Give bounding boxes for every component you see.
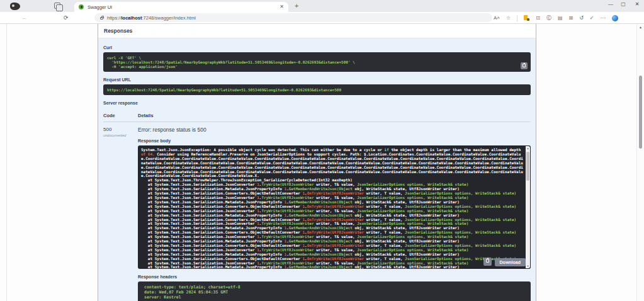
tab-close-icon[interactable]: ✕	[280, 4, 284, 9]
request-url-block: https://localhost:7248/Spatial/NearbyGeo…	[103, 84, 531, 95]
curl-line: 'https://localhost:7248/Spatial/NearbyGe…	[107, 60, 527, 64]
responses-section-header: Responses	[98, 24, 536, 38]
window-minimize-button[interactable]: —	[606, 1, 615, 7]
new-tab-button[interactable]: +	[295, 2, 298, 9]
refresh-button[interactable]: ⟳	[64, 14, 69, 21]
swagger-operation-panel: Responses Curl curl -X 'GET' \ 'https://…	[98, 24, 536, 301]
stack-trace-line: at System.Text.Json.Serialization.Metada…	[141, 226, 523, 230]
undocumented-badge: undocumented	[103, 133, 138, 137]
stack-trace-line: at System.Text.Json.Serialization.Metada…	[141, 213, 523, 218]
server-response-row: 500 undocumented Error: response status …	[103, 122, 531, 301]
server-response-table-header: Code Details	[103, 108, 531, 122]
stack-trace-line: at System.Text.Json.Serialization.JsonCo…	[141, 196, 523, 200]
reading-list-icon[interactable]: ▤	[558, 15, 563, 21]
stack-trace-line: at System.Text.Json.Serialization.JsonCo…	[141, 209, 523, 213]
curl-copy-button[interactable]	[521, 62, 528, 69]
back-button[interactable]: ←	[21, 14, 27, 21]
response-headers-label: Response headers	[138, 275, 531, 279]
stack-trace-line: at System.Text.Json.Serialization.Metada…	[141, 239, 523, 244]
pinned-app-icon[interactable]	[10, 3, 20, 10]
responses-section-body: Curl curl -X 'GET' \ 'https://localhost:…	[98, 38, 536, 301]
curl-line: curl -X 'GET' \	[107, 55, 527, 60]
window-maximize-button[interactable]: ▢	[619, 1, 628, 7]
server-response-label: Server response	[103, 101, 531, 105]
stack-trace-line: at System.Text.Json.Serialization.Conver…	[141, 205, 523, 209]
lock-icon[interactable]	[100, 17, 103, 20]
download-button[interactable]: Download	[495, 258, 526, 266]
history-icon[interactable]: ↺	[579, 15, 584, 21]
status-code: 500	[103, 127, 138, 132]
details-column-header: Details	[138, 113, 154, 118]
collections-icon[interactable]: ⊞	[568, 15, 573, 21]
curl-command-block[interactable]: curl -X 'GET' \ 'https://localhost:7248/…	[103, 52, 531, 72]
window-close-button[interactable]: ✕	[633, 1, 641, 7]
stack-trace-line: at System.Text.Json.Serialization.JsonCo…	[141, 183, 523, 187]
stack-trace-line: at System.Text.Json.Serialization.Conver…	[141, 218, 523, 222]
address-bar[interactable]: https://localhost:7248/swagger/index.htm…	[94, 13, 492, 22]
favorites-star-icon[interactable]: ☆	[506, 15, 511, 21]
more-options-icon[interactable]: ⋯	[601, 15, 606, 21]
split-screen-icon[interactable]: ⊡	[536, 15, 540, 21]
extension-check-icon[interactable]: ✓	[590, 15, 594, 21]
stack-trace-line: at System.Text.Json.Serialization.Metada…	[141, 200, 523, 205]
swagger-favicon-icon	[79, 4, 84, 9]
workspaces-icon[interactable]	[54, 3, 60, 9]
code-column-header: Code	[103, 113, 138, 118]
curl-label: Curl	[103, 45, 531, 50]
response-header-line: server: Kestrel	[144, 295, 527, 300]
stack-trace-line: at System.Text.Json.Serialization.Metada…	[141, 253, 523, 257]
stack-trace-line: at System.Text.Json.Serialization.JsonCo…	[141, 222, 523, 226]
error-status-text: Error: response status is 500	[138, 127, 531, 133]
extension-c-icon[interactable]: Ⓒ	[546, 15, 551, 21]
browser-tab-bar: Swagger UI ✕ + — ▢ ✕	[0, 0, 644, 12]
read-aloud-icon[interactable]: A˄	[494, 15, 500, 21]
stack-trace-line: at System.Text.Json.Serialization.Conver…	[141, 230, 523, 235]
response-header-line: date: Wed,07 Feb 2024 05:04:35 GMT	[144, 290, 527, 295]
stack-trace-line: at System.Text.Json.Serialization.Conver…	[141, 191, 523, 196]
scrollbar-up-arrow-icon[interactable]: ▲	[526, 147, 530, 150]
response-body-code[interactable]: System.Text.Json.JsonException: A possib…	[138, 145, 531, 269]
page-left-edge-line	[6, 24, 7, 301]
toolbar-icons: A˄☆⊡Ⓒ▤⊞↺✓⋯	[494, 13, 635, 23]
stack-trace-line: at System.Text.Json.Serialization.Conver…	[141, 257, 523, 261]
curl-line: -H 'accept: application/json'	[107, 64, 527, 69]
stack-trace-line: at System.Text.Json.Serialization.JsonCo…	[141, 248, 523, 253]
response-body-wrapper: System.Text.Json.JsonException: A possib…	[138, 145, 531, 269]
stack-trace-line: at System.Text.Json.ThrowHelper.ThrowJso…	[141, 178, 523, 183]
clipboard-icon	[523, 64, 526, 67]
response-body-scrollbar-thumb[interactable]	[526, 152, 529, 181]
stack-trace-line: at System.Text.Json.Serialization.Metada…	[141, 265, 523, 269]
stack-trace-line: at System.Text.Json.Serialization.Metada…	[141, 187, 523, 191]
page-scrollbar[interactable]: ▲	[636, 24, 644, 301]
response-body-scrollbar[interactable]: ▲ ▼	[526, 146, 530, 268]
url-text: https://localhost:7248/swagger/index.htm…	[107, 15, 196, 21]
status-code-cell: 500 undocumented	[103, 127, 138, 301]
browser-essentials-icon[interactable]	[524, 15, 529, 21]
request-url-value: https://localhost:7248/Spatial/NearbyGeo…	[107, 88, 527, 92]
page-scrollbar-thumb[interactable]	[639, 76, 642, 149]
exception-message: System.Text.Json.JsonException: A possib…	[141, 148, 523, 178]
clipboard-icon	[486, 259, 489, 263]
tab-title: Swagger UI	[88, 4, 280, 10]
response-body-label: Response body	[138, 139, 531, 143]
browser-tab-swagger[interactable]: Swagger UI ✕	[74, 2, 288, 12]
response-copy-button[interactable]	[483, 258, 492, 266]
request-url-label: Request URL	[103, 77, 531, 82]
response-headers-block: content-type: text/plain; charset=utf-8 …	[138, 281, 531, 301]
toolbar-separator	[517, 15, 517, 21]
scrollbar-down-arrow-icon[interactable]: ▼	[526, 264, 530, 268]
details-cell: Error: response status is 500 Response b…	[138, 127, 531, 301]
stack-trace-line: at System.Text.Json.Serialization.Conver…	[141, 244, 523, 248]
stack-trace-line: at System.Text.Json.Serialization.JsonCo…	[141, 235, 523, 239]
stack-trace-line: at System.Text.Json.Serialization.JsonCo…	[141, 261, 523, 266]
scrollbar-up-arrow-icon[interactable]: ▲	[637, 25, 644, 29]
copilot-icon[interactable]	[612, 15, 618, 21]
response-header-line: content-type: text/plain; charset=utf-8	[144, 285, 527, 290]
